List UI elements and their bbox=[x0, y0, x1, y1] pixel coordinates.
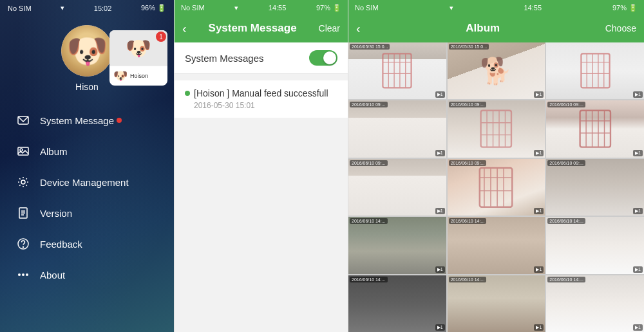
svg-point-11 bbox=[22, 273, 24, 276]
question-icon bbox=[15, 236, 31, 252]
clear-button[interactable]: Clear bbox=[319, 23, 340, 33]
menu-panel: No SIM ▾ 15:02 96% 🔋 Hison 🐶 1 🐶 Hoison bbox=[0, 0, 174, 332]
chat-preview-avatar: 🐶 bbox=[113, 69, 128, 83]
back-button-system[interactable]: ‹ bbox=[182, 21, 187, 36]
cage-8 bbox=[448, 159, 545, 216]
album-photo-4[interactable]: 2016/06/10 09:... ▶1 bbox=[348, 100, 446, 157]
album-photo-3[interactable]: ▶1 bbox=[546, 42, 644, 99]
album-photo-15[interactable]: 2016/06/10 14:... ▶1 bbox=[546, 275, 644, 332]
message-item[interactable]: [Hoison ] Manual feed successfull 2016-0… bbox=[175, 80, 348, 118]
photo-count-2: ▶1 bbox=[534, 91, 544, 98]
album-photo-5[interactable]: 2016/06/10 09:... ▶1 bbox=[448, 100, 545, 157]
album-nav-bar: ‹ Album Choose bbox=[348, 14, 644, 42]
sidebar-item-album[interactable]: Album bbox=[0, 136, 174, 167]
photo-count-9: ▶1 bbox=[633, 208, 643, 214]
system-messages-toggle[interactable] bbox=[309, 50, 337, 66]
chat-preview-name: Hoison bbox=[130, 73, 148, 79]
status-bar-album: No SIM ▾ 14:55 97% 🔋 bbox=[348, 0, 644, 14]
photo-count-10: ▶1 bbox=[435, 266, 445, 273]
sidebar-item-label-album: Album bbox=[40, 146, 68, 157]
cage-1 bbox=[348, 42, 446, 99]
battery-album: 97% 🔋 bbox=[612, 4, 638, 12]
time-system: 14:55 bbox=[269, 4, 287, 12]
cage-6 bbox=[546, 100, 644, 157]
status-bar-system: No SIM ▾ 14:55 97% 🔋 bbox=[175, 0, 348, 14]
svg-rect-13 bbox=[383, 54, 412, 88]
photo-timestamp-9: 2016/06/10 09:... bbox=[547, 160, 585, 166]
photo-image-9 bbox=[546, 159, 644, 216]
photo-count-14: ▶1 bbox=[534, 324, 544, 331]
dots-icon bbox=[15, 267, 31, 282]
photo-timestamp-10: 2016/06/10 14:... bbox=[350, 218, 388, 224]
photo-timestamp-8: 2016/06/10 09:... bbox=[449, 160, 487, 166]
photo-timestamp-4: 2016/06/10 09:... bbox=[350, 102, 388, 107]
battery-system: 97% 🔋 bbox=[316, 4, 341, 12]
chat-preview-row: 🐶 Hoison bbox=[109, 66, 167, 86]
username: Hison bbox=[75, 82, 99, 92]
photo-timestamp-12: 2016/06/10 14:... bbox=[547, 218, 585, 224]
back-button-album[interactable]: ‹ bbox=[356, 21, 361, 36]
battery-menu: 96% 🔋 bbox=[141, 4, 166, 12]
sidebar-item-about[interactable]: About bbox=[0, 259, 174, 290]
message-header: [Hoison ] Manual feed successfull bbox=[185, 88, 337, 98]
photo-count-6: ▶1 bbox=[633, 150, 643, 156]
chat-preview-top: 🐶 1 bbox=[109, 30, 167, 66]
sidebar-item-device-management[interactable]: Device Management bbox=[0, 167, 174, 198]
chat-preview[interactable]: 🐶 1 🐶 Hoison bbox=[109, 30, 167, 86]
dog-2: 🐕 bbox=[448, 42, 545, 99]
unread-dot bbox=[185, 91, 190, 96]
photo-image-15 bbox=[546, 275, 644, 332]
album-photo-8[interactable]: 2016/06/10 09:... ▶1 bbox=[448, 159, 545, 216]
message-title: [Hoison ] Manual feed successfull bbox=[194, 88, 328, 98]
album-photo-7[interactable]: 2016/06/10 09:... ▶1 bbox=[348, 159, 446, 216]
photo-count-15: ▶1 bbox=[633, 324, 643, 331]
album-photo-12[interactable]: 2016/06/10 14:... ▶1 bbox=[546, 217, 644, 273]
carrier-system: No SIM bbox=[181, 4, 205, 12]
photo-image-14 bbox=[448, 275, 545, 332]
sidebar-item-label-feedback: Feedback bbox=[40, 239, 82, 250]
album-grid: 2016/05/30 15:0... ▶1 🐕 2016/05/30 15:0.… bbox=[348, 42, 644, 332]
album-photo-14[interactable]: 2016/06/10 14:... ▶1 bbox=[448, 275, 545, 332]
photo-timestamp-5: 2016/06/10 09:... bbox=[449, 102, 487, 107]
sidebar-item-label-about: About bbox=[40, 270, 65, 281]
notification-badge: 1 bbox=[156, 32, 166, 42]
album-panel: No SIM ▾ 14:55 97% 🔋 ‹ Album Choose bbox=[348, 0, 644, 332]
album-photo-9[interactable]: 2016/06/10 09:... ▶1 bbox=[546, 159, 644, 216]
photo-timestamp-11: 2016/06/10 14:... bbox=[449, 218, 487, 224]
photo-count-5: ▶1 bbox=[534, 150, 544, 156]
photo-count-11: ▶1 bbox=[534, 266, 544, 273]
photo-timestamp-15: 2016/06/10 14:... bbox=[547, 277, 585, 282]
gear-icon bbox=[15, 174, 31, 190]
photo-count-3: ▶1 bbox=[633, 91, 643, 98]
sidebar-item-feedback[interactable]: Feedback bbox=[0, 228, 174, 259]
svg-rect-20 bbox=[581, 54, 609, 88]
album-photo-11[interactable]: 2016/06/10 14:... ▶1 bbox=[448, 217, 545, 273]
system-nav-bar: ‹ System Message Clear bbox=[175, 14, 348, 42]
document-icon bbox=[15, 205, 31, 221]
album-photo-1[interactable]: 2016/05/30 15:0... ▶1 bbox=[348, 42, 446, 99]
album-photo-6[interactable]: 2016/06/10 09:... ▶1 bbox=[546, 100, 644, 157]
photo-timestamp-7: 2016/06/10 09:... bbox=[350, 160, 388, 166]
album-nav-title: Album bbox=[466, 22, 500, 35]
system-message-list: System Messages [Hoison ] Manual feed su… bbox=[175, 42, 348, 332]
photo-image-7 bbox=[348, 159, 446, 216]
photo-image-11 bbox=[448, 217, 545, 273]
photo-timestamp-6: 2016/06/10 09:... bbox=[547, 102, 585, 107]
time-album: 14:55 bbox=[524, 4, 542, 12]
profile-section: Hison 🐶 1 🐶 Hoison bbox=[0, 15, 174, 98]
time-menu: 15:02 bbox=[94, 5, 112, 12]
sidebar-item-system-message[interactable]: System Message bbox=[0, 105, 174, 136]
cage-5 bbox=[448, 100, 545, 157]
photo-timestamp-1: 2016/05/30 15:0... bbox=[350, 44, 390, 50]
album-photo-13[interactable]: 2016/06/10 14:... ▶1 bbox=[348, 275, 446, 332]
system-message-panel: No SIM ▾ 14:55 97% 🔋 ‹ System Message Cl… bbox=[174, 0, 348, 332]
album-photo-2[interactable]: 🐕 2016/05/30 15:0... ▶1 bbox=[448, 42, 545, 99]
sidebar-item-label-device: Device Management bbox=[40, 177, 129, 188]
wifi-system-icon: ▾ bbox=[234, 4, 238, 12]
avatar-image bbox=[61, 25, 113, 77]
choose-button[interactable]: Choose bbox=[605, 23, 636, 33]
sidebar-item-label-system-message: System Message bbox=[40, 115, 114, 126]
album-photo-10[interactable]: 2016/06/10 14:... ▶1 bbox=[348, 217, 446, 273]
sidebar-item-version[interactable]: Version bbox=[0, 198, 174, 228]
avatar[interactable] bbox=[61, 25, 113, 77]
